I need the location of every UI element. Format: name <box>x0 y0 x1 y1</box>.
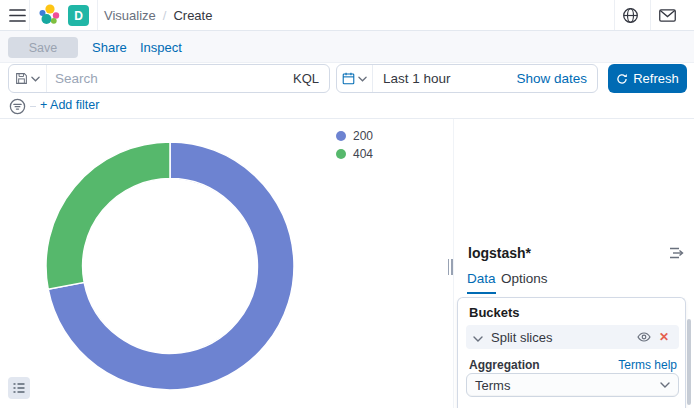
share-button[interactable]: Share <box>92 31 127 63</box>
breadcrumb-visualize[interactable]: Visualize <box>104 8 156 23</box>
show-dates-button[interactable]: Show dates <box>516 71 597 86</box>
time-picker-group: Last 1 hour Show dates <box>336 64 598 93</box>
donut-chart <box>36 132 304 400</box>
remove-bucket-icon[interactable]: ✕ <box>659 330 669 344</box>
terms-help-link[interactable]: Terms help <box>618 358 677 372</box>
buckets-heading: Buckets <box>469 305 520 320</box>
chevron-down-icon[interactable] <box>473 330 483 345</box>
space-avatar-badge[interactable]: D <box>68 5 89 26</box>
legend-label: 404 <box>353 147 373 161</box>
topbar-divider <box>29 0 30 30</box>
aggregation-label: Aggregation <box>469 358 540 372</box>
aggregation-select[interactable]: Terms <box>466 373 679 397</box>
pie-slice-404[interactable] <box>46 142 170 289</box>
legend-dot <box>336 149 346 159</box>
refresh-button[interactable]: Refresh <box>608 64 687 93</box>
saved-query-menu-button[interactable] <box>9 65 47 92</box>
tab-options[interactable]: Options <box>501 271 548 292</box>
time-picker-menu-button[interactable] <box>337 65 373 92</box>
help-globe-icon[interactable] <box>622 7 639 24</box>
legend-toggle-button[interactable] <box>8 377 30 399</box>
topbar-divider <box>650 0 651 30</box>
inspect-button[interactable]: Inspect <box>140 31 182 63</box>
visualization-editor-panel: logstash* Data Options Buckets Split sli… <box>454 238 694 408</box>
refresh-label: Refresh <box>633 71 679 86</box>
newsfeed-mail-icon[interactable] <box>659 9 676 26</box>
save-button[interactable]: Save <box>8 37 78 58</box>
kibana-visualize-app: D Visualize / Create Save Share Inspect … <box>0 0 694 408</box>
chevron-down-icon <box>660 382 678 388</box>
list-icon <box>13 382 25 394</box>
legend-item-404[interactable]: 404 <box>336 147 373 161</box>
topbar-divider <box>614 0 615 30</box>
legend-dot <box>336 131 346 141</box>
topbar-divider <box>97 0 98 30</box>
chevron-down-icon <box>358 76 367 82</box>
filter-bar: + Add filter <box>0 95 694 119</box>
panel-scrollbar-thumb[interactable] <box>687 319 691 405</box>
query-bar: KQL Last 1 hour Show dates Refresh <box>0 63 694 95</box>
breadcrumb-create: Create <box>173 8 212 23</box>
search-bar-group: KQL <box>8 64 330 93</box>
top-navigation-bar: D Visualize / Create <box>0 0 694 31</box>
elastic-logo-icon[interactable] <box>37 3 61 27</box>
filter-settings-icon[interactable] <box>9 98 26 115</box>
chart-legend: 200404 <box>336 129 373 161</box>
split-slices-row[interactable]: Split slices ✕ <box>466 325 679 349</box>
legend-item-200[interactable]: 200 <box>336 129 373 143</box>
tab-data[interactable]: Data <box>467 271 496 294</box>
toggle-visibility-eye-icon[interactable] <box>637 332 651 342</box>
split-slices-label: Split slices <box>491 330 552 345</box>
query-language-toggle[interactable]: KQL <box>293 71 329 86</box>
collapse-panel-icon[interactable] <box>669 247 685 261</box>
chevron-down-icon <box>31 76 40 82</box>
index-pattern-title: logstash* <box>468 245 531 261</box>
buckets-card: Buckets Split slices ✕ Aggregation Terms… <box>457 297 686 408</box>
breadcrumb-separator: / <box>163 8 167 23</box>
search-input[interactable] <box>47 65 293 92</box>
app-menu-bar: Save Share Inspect <box>0 31 694 63</box>
visualization-content: 200404 logstash* Data Options Buckets Sp… <box>0 119 694 408</box>
menu-hamburger-icon[interactable] <box>9 8 27 23</box>
calendar-icon <box>342 72 355 85</box>
add-filter-button[interactable]: + Add filter <box>40 98 99 112</box>
filter-divider <box>30 106 36 107</box>
refresh-icon <box>616 73 628 85</box>
save-query-icon <box>15 72 28 85</box>
legend-label: 200 <box>353 129 373 143</box>
time-range-value[interactable]: Last 1 hour <box>373 71 516 86</box>
breadcrumb: Visualize / Create <box>104 0 212 30</box>
